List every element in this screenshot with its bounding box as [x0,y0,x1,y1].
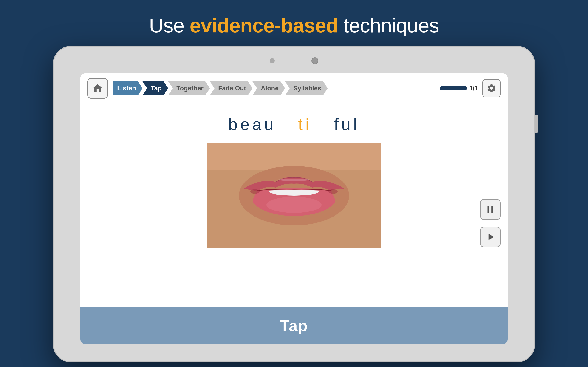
heading-prefix: Use [149,14,190,37]
step-syllables[interactable]: Syllables [285,81,328,95]
svg-rect-9 [491,206,493,213]
syllable-3: ful [334,115,360,133]
step-fade-out[interactable]: Fade Out [210,81,252,95]
next-icon [485,231,496,243]
pause-button[interactable] [480,199,501,220]
svg-point-6 [250,189,259,194]
heading-suffix: techniques [338,14,439,37]
pause-icon [485,204,496,215]
syllable-2-highlighted: ti [298,115,312,133]
step-listen-label: Listen [112,81,142,95]
page-heading: Use evidence-based techniques [0,0,588,37]
step-tap[interactable]: Tap [142,81,168,95]
lips-video [207,143,381,248]
tablet-screen: Listen Tap Together Fade Out Alone [80,73,508,344]
svg-rect-8 [488,206,489,213]
next-button[interactable] [480,227,501,247]
step-fade-out-label: Fade Out [210,81,252,95]
progress-fill [440,86,467,90]
screen-side-buttons [480,199,501,247]
progress-bar [440,86,467,90]
tablet-side-button [535,115,538,133]
lips-image [207,143,381,248]
progress-text: 1/1 [469,85,478,92]
sensor-dot [270,58,275,63]
syllable-1: beau [228,115,276,133]
progress-container: 1/1 [440,85,478,92]
step-listen[interactable]: Listen [112,81,142,95]
step-alone[interactable]: Alone [252,81,285,95]
settings-button[interactable] [482,79,501,98]
settings-icon [486,83,497,93]
nav-bar: Listen Tap Together Fade Out Alone [80,73,508,103]
tap-button-label: Tap [280,317,308,335]
tablet-body: Listen Tap Together Fade Out Alone [53,46,535,362]
tablet-device: Listen Tap Together Fade Out Alone [53,46,535,362]
step-alone-label: Alone [252,81,285,95]
svg-point-7 [329,189,338,194]
word-display: beau ti ful [80,115,508,134]
sensor-camera [311,57,318,64]
svg-point-4 [267,197,321,213]
home-icon [92,83,103,94]
step-syllables-label: Syllables [285,81,328,95]
step-tap-label: Tap [142,81,168,95]
step-together-label: Together [168,81,210,95]
home-button[interactable] [87,78,108,99]
steps-nav: Listen Tap Together Fade Out Alone [112,81,433,95]
tablet-sensors [270,57,318,64]
tap-button[interactable]: Tap [80,307,508,344]
heading-highlight: evidence-based [190,14,338,37]
step-together[interactable]: Together [168,81,210,95]
